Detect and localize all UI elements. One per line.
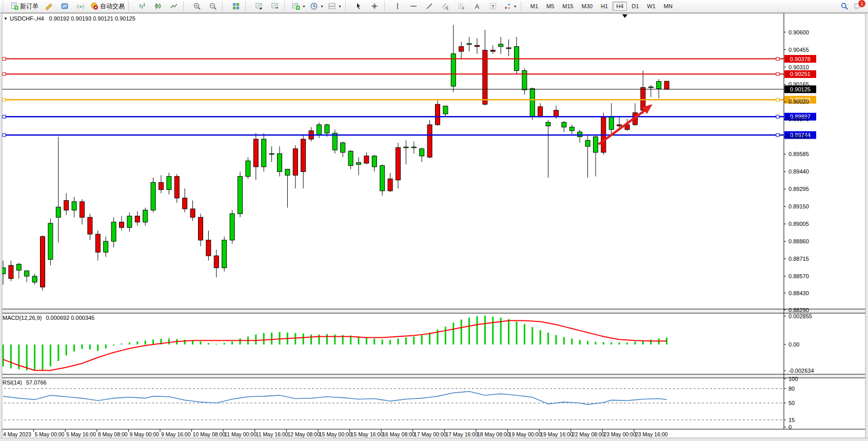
- toolbar-bar-chart-mode-button[interactable]: [134, 1, 150, 12]
- timeframe-w1-button[interactable]: W1: [643, 2, 659, 11]
- time-tick-label: 18 May 08:00: [477, 431, 510, 437]
- indicators-icon: [292, 2, 300, 10]
- toolbar-templates-button[interactable]: ▼: [326, 1, 344, 12]
- toolbar-zoom-out-button[interactable]: [205, 1, 221, 12]
- line-handle[interactable]: [3, 133, 6, 137]
- price-tick-label: 0.90165: [788, 81, 809, 87]
- line-handle[interactable]: [776, 57, 779, 61]
- tline-icon: [425, 2, 433, 10]
- toolbar-signals-button[interactable]: [72, 1, 88, 12]
- timeframe-m15-button[interactable]: M15: [559, 2, 577, 11]
- candle: [222, 237, 227, 272]
- time-tick-label: 11 May 16:00: [256, 431, 288, 437]
- timeframe-h4-button[interactable]: H4: [613, 2, 627, 11]
- price-tick-label: 0.89585: [788, 151, 809, 157]
- fibo-icon: F: [457, 2, 465, 10]
- macd-values: 0.000692 0.000345: [46, 315, 94, 321]
- line-handle[interactable]: [776, 72, 779, 75]
- chevron-down-icon[interactable]: ▼: [320, 5, 324, 8]
- toolbar-vertical-line-button[interactable]: [390, 1, 406, 12]
- toolbar-separator: [3, 2, 6, 11]
- publish-icon: [61, 2, 69, 10]
- line-handle[interactable]: [3, 57, 6, 61]
- toolbar-candle-chart-mode-button[interactable]: [150, 1, 166, 12]
- toolbar-arrows-button[interactable]: ▼: [501, 1, 519, 12]
- new-order-icon: [10, 2, 18, 10]
- candle: [262, 133, 266, 171]
- toolbar-publish-button[interactable]: [56, 1, 72, 12]
- time-tick-label: 23 May 16:00: [635, 431, 668, 437]
- price-tick-label: 0.89150: [788, 203, 809, 209]
- line-handle[interactable]: [776, 133, 779, 137]
- macd-tick-label: 0.002855: [788, 313, 812, 319]
- bars-icon: [138, 2, 146, 10]
- time-tick-label: 10 May 08:00: [193, 431, 226, 437]
- price-chart-svg: 0.903780.902510.900380.898970.897440.901…: [0, 0, 868, 441]
- toolbar-separator: [245, 2, 249, 11]
- toolbar-horizontal-line-button[interactable]: [406, 1, 422, 12]
- textA-icon: A: [473, 2, 481, 10]
- chart-symbol-period: USDCHF-,H4: [10, 15, 44, 22]
- chevron-down-icon[interactable]: ▼: [302, 5, 306, 8]
- toolbar-crosshair-button[interactable]: [367, 1, 383, 12]
- toolbar-new-order-button[interactable]: 新订单: [8, 1, 41, 12]
- toolbar-auto-trading-button[interactable]: 自动交易: [88, 1, 127, 12]
- timeframe-m5-button[interactable]: M5: [543, 2, 558, 11]
- toolbar-styler-button[interactable]: [41, 1, 56, 12]
- toolbar-trend-line-button[interactable]: [422, 1, 438, 12]
- toolbar-zoom-in-button[interactable]: [189, 1, 205, 12]
- toolbar-periods-button[interactable]: ▼: [308, 1, 326, 12]
- time-tick-label: 16 May 08:00: [382, 431, 415, 437]
- line-handle[interactable]: [776, 115, 779, 118]
- timeframe-h1-button[interactable]: H1: [597, 2, 611, 11]
- macd-header: MACD(12,26,9)0.000692 0.000345: [3, 315, 94, 321]
- line-handle[interactable]: [3, 72, 6, 75]
- toolbar-chart-shift-button[interactable]: [267, 1, 283, 12]
- price-tick-label: 0.88570: [788, 273, 809, 279]
- candle: [151, 178, 155, 213]
- price-tick-label: 0.88430: [788, 290, 809, 296]
- toolbar-text-button[interactable]: A: [469, 1, 485, 12]
- main-toolbar: 新订单自动交易▼▼▼EFAT▼M1M5M15M30H1H4D1W1MN1: [0, 0, 868, 13]
- toolbar-cursor-button[interactable]: [351, 1, 367, 12]
- candle: [238, 171, 243, 217]
- svg-text:F: F: [463, 7, 465, 10]
- line-handle[interactable]: [3, 98, 6, 101]
- panel-splitter[interactable]: [0, 375, 868, 377]
- toolbar-fibonacci-button[interactable]: F: [453, 1, 469, 12]
- rsi-tick-label: 50: [788, 400, 795, 406]
- time-tick-label: 19 May 16:00: [540, 431, 573, 437]
- toolbar-new-chart-button[interactable]: [251, 1, 267, 12]
- candle: [380, 164, 385, 196]
- toolbar-line-chart-mode-button[interactable]: [166, 1, 182, 12]
- search-icon: [840, 2, 849, 10]
- toolbar-separator: [521, 2, 524, 11]
- time-tick-label: 8 May 08:00: [98, 431, 128, 437]
- price-tick-label: 0.90455: [788, 47, 809, 53]
- chartshift-icon: [271, 2, 279, 10]
- time-tick-label: 17 May 00:00: [414, 431, 447, 437]
- toolbar-text-label-button[interactable]: T: [485, 1, 501, 12]
- panel-splitter[interactable]: [0, 310, 868, 313]
- notifications-button[interactable]: 1: [854, 2, 862, 10]
- toolbar-indicators-button[interactable]: ▼: [290, 1, 308, 12]
- timeframe-m30-button[interactable]: M30: [578, 2, 596, 11]
- symbol-dropdown-icon[interactable]: ▼: [4, 16, 8, 21]
- time-tick-label: 15 May 16:00: [351, 431, 384, 437]
- svg-text:T: T: [492, 4, 495, 9]
- line-handle[interactable]: [3, 115, 6, 118]
- timeframe-d1-button[interactable]: D1: [628, 2, 642, 11]
- chevron-down-icon[interactable]: ▼: [514, 5, 517, 8]
- time-tick-label: 12 May 08:00: [287, 431, 320, 437]
- toolbar-tile-windows-button[interactable]: [228, 1, 244, 12]
- chevron-down-icon[interactable]: ▼: [338, 5, 342, 8]
- search-button[interactable]: [840, 2, 849, 10]
- candle: [530, 87, 535, 120]
- hline-icon: [409, 2, 418, 10]
- timeframe-mn-button[interactable]: MN: [660, 2, 676, 11]
- timeframe-m1-button[interactable]: M1: [527, 2, 542, 11]
- price-tick-label: 0.88715: [788, 256, 809, 262]
- toolbar-equidistant-channel-button[interactable]: E: [438, 1, 453, 12]
- line-handle[interactable]: [776, 98, 779, 101]
- time-tick-label: 4 May 2023: [3, 431, 31, 437]
